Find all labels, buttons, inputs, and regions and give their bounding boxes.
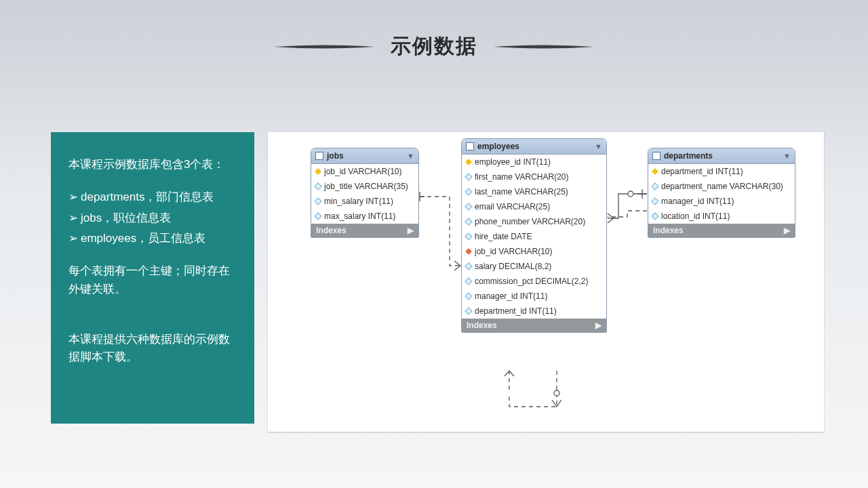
svg-point-1 bbox=[554, 390, 559, 396]
column-text: department_id INT(11) bbox=[475, 306, 557, 316]
column-text: email VARCHAR(25) bbox=[475, 202, 550, 211]
table-icon bbox=[652, 152, 660, 160]
column-icon bbox=[465, 203, 472, 210]
table-column: employee_id INT(11) bbox=[462, 155, 606, 169]
primary-key-icon bbox=[315, 168, 321, 175]
column-text: manager_id INT(11) bbox=[661, 197, 734, 206]
sidebar-pk-note: 每个表拥有一个主键；同时存在外键关联。 bbox=[68, 262, 237, 298]
column-icon bbox=[314, 197, 321, 205]
table-jobs: jobs ▼ job_id VARCHAR(10)job_title VARCH… bbox=[311, 148, 419, 238]
table-footer: Indexes▶ bbox=[462, 319, 606, 332]
table-footer: Indexes▶ bbox=[311, 224, 418, 237]
table-header: employees ▼ bbox=[462, 139, 606, 155]
sidebar-list: ➢departments，部门信息表 ➢jobs，职位信息表 ➢employee… bbox=[68, 188, 237, 247]
chevron-right-icon: ▶ bbox=[784, 226, 790, 235]
column-icon bbox=[465, 307, 472, 314]
title-section: 示例数据 bbox=[0, 0, 868, 60]
table-employees: employees ▼ employee_id INT(11)first_nam… bbox=[461, 138, 607, 333]
column-text: job_title VARCHAR(35) bbox=[324, 182, 408, 191]
column-text: employee_id INT(11) bbox=[475, 157, 551, 167]
column-text: hire_date DATE bbox=[475, 232, 532, 241]
table-column: manager_id INT(11) bbox=[462, 289, 606, 304]
primary-key-icon bbox=[652, 168, 658, 175]
foreign-key-icon bbox=[465, 248, 472, 255]
table-header: departments ▼ bbox=[648, 148, 795, 164]
column-text: first_name VARCHAR(20) bbox=[475, 172, 568, 182]
column-text: location_id INT(11) bbox=[661, 211, 730, 221]
divider-left-icon bbox=[273, 39, 376, 54]
table-column: phone_number VARCHAR(20) bbox=[462, 214, 606, 229]
list-item: ➢departments，部门信息表 bbox=[68, 188, 237, 206]
column-text: min_salary INT(11) bbox=[324, 197, 393, 206]
table-column: department_id INT(11) bbox=[462, 304, 606, 319]
column-text: commission_pct DECIMAL(2,2) bbox=[475, 277, 588, 286]
column-text: last_name VARCHAR(25) bbox=[475, 187, 568, 197]
sidebar-panel: 本课程示例数据库包含3个表： ➢departments，部门信息表 ➢jobs，… bbox=[51, 132, 254, 424]
column-text: department_id INT(11) bbox=[661, 167, 743, 176]
primary-key-icon bbox=[465, 159, 472, 165]
table-icon bbox=[315, 152, 323, 160]
sidebar-download-note: 本课程提供六种数据库的示例数据脚本下载。 bbox=[68, 331, 237, 367]
table-column: last_name VARCHAR(25) bbox=[462, 184, 606, 199]
column-icon bbox=[465, 173, 472, 180]
table-footer: Indexes▶ bbox=[648, 224, 795, 237]
column-text: manager_id INT(11) bbox=[475, 291, 547, 301]
table-icon bbox=[466, 142, 474, 150]
bullet-icon: ➢ bbox=[68, 232, 78, 245]
svg-point-0 bbox=[628, 191, 633, 197]
column-text: job_id VARCHAR(10) bbox=[324, 167, 402, 176]
er-diagram: jobs ▼ job_id VARCHAR(10)job_title VARCH… bbox=[268, 132, 824, 432]
column-icon bbox=[465, 188, 472, 195]
sidebar-intro: 本课程示例数据库包含3个表： bbox=[68, 156, 237, 174]
column-icon bbox=[465, 232, 472, 240]
list-item: ➢jobs，职位信息表 bbox=[68, 209, 237, 227]
table-name: jobs bbox=[327, 151, 344, 161]
page-title: 示例数据 bbox=[391, 33, 477, 60]
table-column: hire_date DATE bbox=[462, 229, 606, 244]
table-column: first_name VARCHAR(20) bbox=[462, 169, 606, 184]
table-column: job_id VARCHAR(10) bbox=[311, 164, 418, 179]
table-column: department_name VARCHAR(30) bbox=[648, 179, 795, 194]
table-column: location_id INT(11) bbox=[648, 209, 795, 224]
column-icon bbox=[314, 212, 321, 220]
table-column: manager_id INT(11) bbox=[648, 194, 795, 209]
chevron-right-icon: ▶ bbox=[595, 321, 601, 330]
table-column: job_id VARCHAR(10) bbox=[462, 244, 606, 259]
chevron-down-icon: ▼ bbox=[407, 152, 414, 160]
column-text: phone_number VARCHAR(20) bbox=[475, 217, 585, 226]
column-icon bbox=[651, 197, 658, 205]
chevron-down-icon: ▼ bbox=[595, 142, 602, 150]
table-column: job_title VARCHAR(35) bbox=[311, 179, 418, 194]
table-name: employees bbox=[477, 142, 519, 151]
table-name: departments bbox=[664, 151, 713, 161]
chevron-down-icon: ▼ bbox=[783, 152, 791, 160]
divider-right-icon bbox=[492, 39, 595, 54]
column-icon bbox=[314, 182, 321, 190]
table-header: jobs ▼ bbox=[311, 148, 418, 164]
table-column: max_salary INT(11) bbox=[311, 209, 418, 224]
bullet-icon: ➢ bbox=[68, 190, 78, 203]
column-text: department_name VARCHAR(30) bbox=[661, 182, 783, 191]
column-icon bbox=[651, 212, 658, 220]
table-departments: departments ▼ department_id INT(11)depar… bbox=[648, 148, 795, 238]
bullet-icon: ➢ bbox=[68, 211, 78, 224]
column-text: max_salary INT(11) bbox=[324, 211, 395, 221]
column-icon bbox=[651, 182, 658, 190]
table-column: salary DECIMAL(8,2) bbox=[462, 259, 606, 274]
column-icon bbox=[465, 262, 472, 270]
list-item: ➢employees，员工信息表 bbox=[68, 230, 237, 247]
column-text: salary DECIMAL(8,2) bbox=[475, 262, 551, 271]
column-icon bbox=[465, 277, 472, 285]
table-column: department_id INT(11) bbox=[648, 164, 795, 179]
column-icon bbox=[465, 292, 472, 300]
table-column: email VARCHAR(25) bbox=[462, 199, 606, 214]
column-icon bbox=[465, 218, 472, 225]
table-column: min_salary INT(11) bbox=[311, 194, 418, 209]
column-text: job_id VARCHAR(10) bbox=[475, 247, 553, 256]
table-column: commission_pct DECIMAL(2,2) bbox=[462, 274, 606, 289]
chevron-right-icon: ▶ bbox=[408, 226, 414, 235]
